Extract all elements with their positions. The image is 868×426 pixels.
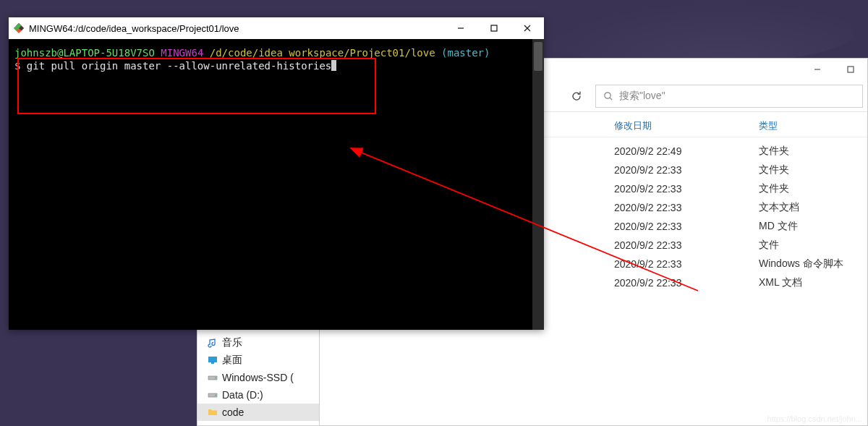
- command-text: git pull origin master --allow-unrelated…: [27, 60, 331, 72]
- git-icon: [13, 22, 25, 34]
- sidebar-item-label: Windows-SSD (: [222, 372, 294, 383]
- prompt-dollar: $: [14, 60, 27, 72]
- search-icon: [603, 91, 613, 101]
- desktop-icon: [208, 355, 218, 365]
- terminal-title: MINGW64:/d/code/idea_workspace/Project01…: [29, 23, 239, 34]
- sidebar-item-label: 音乐: [222, 336, 242, 349]
- sidebar-item-desktop[interactable]: 桌面: [197, 352, 319, 369]
- sidebar-item-label: code: [222, 406, 244, 418]
- search-placeholder: 搜索"love": [619, 90, 665, 103]
- sidebar-item-label: 桌面: [222, 354, 242, 367]
- column-header-date[interactable]: 修改日期: [614, 119, 759, 132]
- terminal-body[interactable]: johnszb@LAPTOP-5U18V7SO MINGW64 /d/code/…: [9, 39, 544, 330]
- minimize-button[interactable]: [444, 17, 477, 39]
- svg-rect-1: [848, 67, 854, 72]
- drive-icon: [208, 390, 218, 400]
- maximize-button[interactable]: [477, 17, 511, 39]
- sidebar-item-music[interactable]: 音乐: [197, 334, 319, 352]
- music-icon: [208, 338, 218, 348]
- search-input[interactable]: 搜索"love": [595, 85, 863, 108]
- terminal-window: MINGW64:/d/code/idea_workspace/Project01…: [9, 17, 544, 330]
- decorative-blob: [528, 0, 854, 65]
- sidebar: 音乐 桌面 Windows-SSD ( Data (D:) code: [197, 330, 320, 426]
- svg-rect-5: [211, 362, 214, 364]
- drive-icon: [208, 372, 218, 383]
- svg-point-7: [215, 378, 216, 379]
- terminal-scrollbar[interactable]: [532, 39, 544, 330]
- folder-icon: [208, 407, 218, 417]
- column-header-type[interactable]: 类型: [759, 119, 867, 132]
- svg-point-9: [215, 395, 216, 396]
- minimize-button[interactable]: [801, 59, 834, 80]
- sidebar-item-label: Data (D:): [222, 389, 263, 401]
- prompt-branch: (master): [441, 47, 490, 59]
- sidebar-item-data-d[interactable]: Data (D:): [197, 386, 319, 404]
- watermark: https://blog.csdn.net/john...: [767, 414, 862, 423]
- sidebar-item-code[interactable]: code: [197, 404, 319, 421]
- refresh-button[interactable]: [565, 85, 588, 108]
- prompt-user: johnszb@LAPTOP-5U18V7SO: [14, 47, 155, 59]
- prompt-path: /d/code/idea_workspace/Project01/love: [210, 47, 435, 59]
- svg-line-3: [610, 98, 612, 100]
- terminal-prompt-line: johnszb@LAPTOP-5U18V7SO MINGW64 /d/code/…: [14, 46, 535, 59]
- svg-rect-14: [491, 25, 497, 31]
- svg-point-2: [605, 92, 610, 98]
- terminal-titlebar[interactable]: MINGW64:/d/code/idea_workspace/Project01…: [9, 17, 544, 39]
- scrollbar-thumb[interactable]: [534, 42, 542, 71]
- close-button[interactable]: [511, 17, 544, 39]
- prompt-host: MINGW64: [155, 47, 210, 59]
- sidebar-item-windows-ssd[interactable]: Windows-SSD (: [197, 369, 319, 386]
- terminal-command-line: $ git pull origin master --allow-unrelat…: [14, 59, 535, 72]
- cursor: [331, 60, 336, 71]
- svg-rect-4: [208, 357, 217, 362]
- maximize-button[interactable]: [834, 59, 867, 80]
